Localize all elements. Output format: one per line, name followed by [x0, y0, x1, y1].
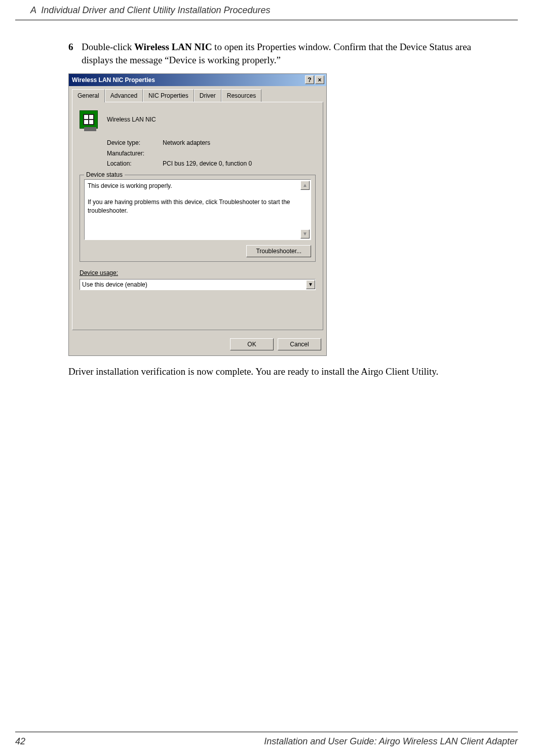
doc-title: Installation and User Guide: Airgo Wirel…: [264, 736, 518, 747]
device-usage-label: Device usage:: [80, 269, 316, 277]
device-header: Wireless LAN NIC: [80, 110, 316, 129]
step-bold: Wireless LAN NIC: [134, 42, 212, 52]
device-usage-select[interactable]: Use this device (enable) ▼: [80, 279, 316, 290]
row-manufacturer: Manufacturer:: [107, 149, 316, 157]
tab-nic-properties[interactable]: NIC Properties: [143, 89, 194, 102]
chapter-title: Individual Driver and Client Utility Ins…: [41, 5, 270, 15]
tab-resources[interactable]: Resources: [221, 89, 261, 102]
row-device-type: Device type: Network adapters: [107, 139, 316, 147]
value-location: PCI bus 129, device 0, function 0: [163, 160, 252, 168]
step-number: 6: [68, 41, 75, 66]
chapter-letter: A: [30, 5, 36, 15]
tab-advanced[interactable]: Advanced: [105, 89, 143, 102]
properties-dialog: Wireless LAN NIC Properties ? × General …: [68, 73, 327, 356]
status-line1: This device is working properly.: [88, 182, 308, 190]
label-location: Location:: [107, 160, 163, 168]
chevron-down-icon[interactable]: ▼: [306, 280, 315, 289]
step-text: Double-click Wireless LAN NIC to open it…: [82, 41, 503, 66]
troubleshooter-row: Troubleshooter...: [84, 245, 311, 257]
page-number: 42: [15, 736, 25, 747]
dialog-titlebar: Wireless LAN NIC Properties ? ×: [69, 74, 326, 86]
row-location: Location: PCI bus 129, device 0, functio…: [107, 160, 316, 168]
device-usage-value: Use this device (enable): [82, 281, 147, 289]
page-footer: 42 Installation and User Guide: Airgo Wi…: [15, 732, 518, 747]
dialog-title: Wireless LAN NIC Properties: [72, 76, 155, 84]
tab-driver[interactable]: Driver: [194, 89, 221, 102]
status-line2: If you are having problems with this dev…: [88, 198, 308, 214]
status-legend: Device status: [84, 171, 125, 179]
label-device-type: Device type:: [107, 139, 163, 147]
tab-body: Wireless LAN NIC Device type: Network ad…: [72, 102, 323, 330]
instruction-step: 6 Double-click Wireless LAN NIC to open …: [68, 41, 503, 66]
titlebar-buttons: ? ×: [305, 75, 324, 84]
close-button[interactable]: ×: [315, 75, 324, 84]
network-adapter-icon: [80, 110, 98, 129]
ok-button[interactable]: OK: [230, 338, 274, 350]
tab-strip: General Advanced NIC Properties Driver R…: [69, 86, 326, 102]
page-content: 6 Double-click Wireless LAN NIC to open …: [0, 20, 533, 388]
label-manufacturer: Manufacturer:: [107, 149, 163, 157]
closing-text: Driver installation verification is now …: [68, 365, 503, 378]
device-name: Wireless LAN NIC: [107, 115, 156, 124]
scroll-down-icon[interactable]: ▼: [300, 229, 310, 238]
device-status-group: Device status This device is working pro…: [80, 175, 316, 262]
cancel-button[interactable]: Cancel: [278, 338, 321, 350]
screenshot-wrapper: Wireless LAN NIC Properties ? × General …: [68, 73, 503, 356]
troubleshooter-button[interactable]: Troubleshooter...: [246, 245, 311, 257]
step-text-before: Double-click: [82, 42, 134, 52]
status-textbox: This device is working properly. If you …: [84, 179, 311, 240]
value-device-type: Network adapters: [163, 139, 210, 147]
scroll-up-icon[interactable]: ▲: [300, 181, 310, 190]
dialog-button-row: OK Cancel: [69, 334, 326, 355]
page-header: A Individual Driver and Client Utility I…: [15, 0, 518, 20]
tab-general[interactable]: General: [72, 89, 105, 102]
help-button[interactable]: ?: [305, 75, 314, 84]
